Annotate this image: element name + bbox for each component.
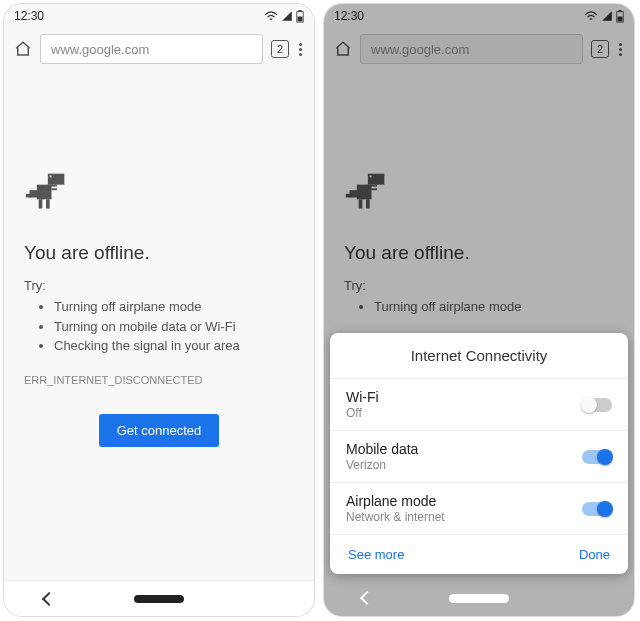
error-code: ERR_INTERNET_DISCONNECTED — [24, 374, 294, 386]
row-label: Airplane mode — [346, 493, 445, 509]
get-connected-button[interactable]: Get connected — [99, 414, 220, 447]
sheet-row-mobile-data[interactable]: Mobile data Verizon — [330, 430, 628, 482]
omnibox-url: www.google.com — [51, 42, 149, 57]
list-item: Checking the signal in your area — [54, 336, 294, 356]
suggestion-list: Turning off airplane mode Turning on mob… — [24, 297, 294, 356]
connectivity-sheet: Internet Connectivity Wi-Fi Off Mobile d… — [330, 333, 628, 574]
android-nav-bar — [4, 580, 314, 616]
svg-rect-2 — [298, 16, 303, 21]
tab-switcher[interactable]: 2 — [271, 40, 289, 58]
home-icon[interactable] — [14, 40, 32, 58]
mobile-data-toggle[interactable] — [582, 450, 612, 464]
status-icons — [264, 10, 304, 23]
status-bar: 12:30 — [4, 4, 314, 28]
svg-rect-6 — [37, 185, 52, 200]
done-button[interactable]: Done — [579, 547, 610, 562]
see-more-button[interactable]: See more — [348, 547, 404, 562]
nav-back-icon[interactable] — [42, 591, 56, 605]
svg-rect-10 — [46, 199, 50, 208]
sheet-title: Internet Connectivity — [330, 333, 628, 378]
row-label: Mobile data — [346, 441, 418, 457]
tab-count-value: 2 — [277, 43, 283, 55]
nav-back-icon[interactable] — [360, 591, 374, 605]
svg-rect-9 — [39, 199, 43, 208]
nav-home-pill[interactable] — [134, 595, 184, 603]
dino-icon[interactable] — [24, 170, 294, 218]
overflow-menu-icon[interactable] — [297, 41, 304, 58]
row-label: Wi-Fi — [346, 389, 379, 405]
sheet-row-airplane-mode[interactable]: Airplane mode Network & internet — [330, 482, 628, 534]
phone-right: 12:30 www.google.com 2 You are offline. … — [324, 4, 634, 616]
browser-toolbar: www.google.com 2 — [4, 28, 314, 70]
row-sub: Off — [346, 406, 379, 420]
row-sub: Verizon — [346, 458, 418, 472]
sheet-actions: See more Done — [330, 534, 628, 574]
offline-page: You are offline. Try: Turning off airpla… — [4, 70, 314, 580]
nav-home-pill[interactable] — [449, 594, 509, 603]
svg-rect-3 — [48, 174, 64, 185]
signal-icon — [281, 10, 293, 22]
svg-rect-4 — [50, 176, 52, 178]
offline-headline: You are offline. — [24, 242, 294, 264]
svg-rect-11 — [52, 188, 58, 190]
sheet-row-wifi[interactable]: Wi-Fi Off — [330, 378, 628, 430]
try-label: Try: — [24, 278, 294, 293]
omnibox[interactable]: www.google.com — [40, 34, 263, 64]
row-sub: Network & internet — [346, 510, 445, 524]
phone-left: 12:30 www.google.com 2 You are offline. … — [4, 4, 314, 616]
list-item: Turning off airplane mode — [54, 297, 294, 317]
airplane-mode-toggle[interactable] — [582, 502, 612, 516]
android-nav-bar — [324, 580, 634, 616]
battery-icon — [296, 10, 304, 23]
wifi-icon — [264, 10, 278, 22]
svg-rect-1 — [298, 10, 301, 12]
svg-rect-8 — [26, 194, 32, 198]
list-item: Turning on mobile data or Wi-Fi — [54, 317, 294, 337]
status-time: 12:30 — [14, 9, 44, 23]
wifi-toggle[interactable] — [582, 398, 612, 412]
